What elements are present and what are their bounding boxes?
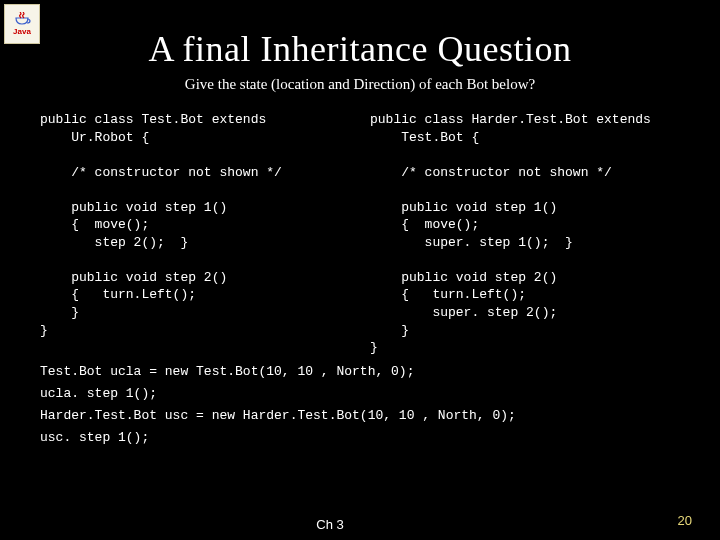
java-cup-icon bbox=[13, 12, 31, 26]
slide-subtitle: Give the state (location and Direction) … bbox=[0, 76, 720, 93]
java-logo-text: Java bbox=[13, 27, 31, 36]
chapter-label: Ch 3 bbox=[0, 517, 720, 532]
code-right: public class Harder.Test.Bot extends Tes… bbox=[360, 111, 680, 357]
java-logo: Java bbox=[4, 4, 40, 44]
code-bottom: Test.Bot ucla = new Test.Bot(10, 10 , No… bbox=[0, 361, 720, 449]
code-columns: public class Test.Bot extends Ur.Robot {… bbox=[0, 111, 720, 357]
code-left: public class Test.Bot extends Ur.Robot {… bbox=[40, 111, 360, 357]
slide-number: 20 bbox=[678, 513, 692, 528]
slide-title: A final Inheritance Question bbox=[0, 28, 720, 70]
